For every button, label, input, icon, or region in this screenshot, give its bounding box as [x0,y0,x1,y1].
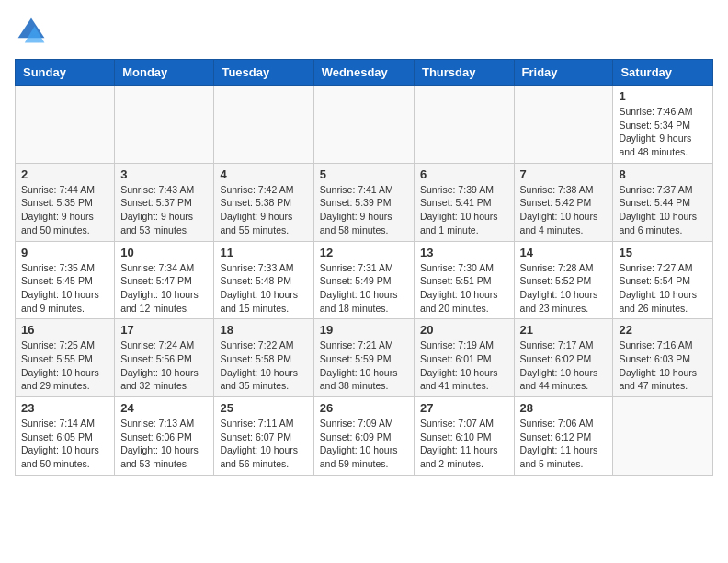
day-header-sunday: Sunday [16,60,115,86]
day-number: 15 [619,246,707,259]
calendar-week-1: 1Sunrise: 7:46 AM Sunset: 5:34 PM Daylig… [16,86,713,164]
calendar-cell [613,397,713,476]
calendar-cell: 22Sunrise: 7:16 AM Sunset: 6:03 PM Dayli… [613,319,713,397]
calendar-cell: 28Sunrise: 7:06 AM Sunset: 6:12 PM Dayli… [514,397,613,476]
day-number: 8 [619,167,707,181]
calendar-cell: 3Sunrise: 7:43 AM Sunset: 5:37 PM Daylig… [115,163,214,241]
day-info: Sunrise: 7:21 AM Sunset: 5:59 PM Dayligh… [320,339,408,393]
day-info: Sunrise: 7:41 AM Sunset: 5:39 PM Dayligh… [320,183,408,237]
calendar-cell [414,86,514,164]
day-info: Sunrise: 7:34 AM Sunset: 5:47 PM Dayligh… [120,261,208,316]
day-number: 28 [520,401,608,415]
day-info: Sunrise: 7:27 AM Sunset: 5:54 PM Dayligh… [619,261,707,316]
day-number: 10 [120,246,208,259]
calendar-cell [16,86,115,164]
day-info: Sunrise: 7:09 AM Sunset: 6:09 PM Dayligh… [320,417,408,471]
day-header-wednesday: Wednesday [313,60,414,86]
day-info: Sunrise: 7:44 AM Sunset: 5:35 PM Dayligh… [21,183,108,237]
day-info: Sunrise: 7:35 AM Sunset: 5:45 PM Dayligh… [21,261,108,316]
calendar-cell: 19Sunrise: 7:21 AM Sunset: 5:59 PM Dayli… [313,319,414,397]
calendar-cell: 6Sunrise: 7:39 AM Sunset: 5:41 PM Daylig… [414,163,514,241]
day-number: 17 [120,323,208,337]
day-info: Sunrise: 7:30 AM Sunset: 5:51 PM Dayligh… [420,261,508,316]
day-number: 27 [420,401,508,415]
calendar-week-3: 9Sunrise: 7:35 AM Sunset: 5:45 PM Daylig… [16,241,713,319]
calendar-cell: 4Sunrise: 7:42 AM Sunset: 5:38 PM Daylig… [214,163,313,241]
day-info: Sunrise: 7:07 AM Sunset: 6:10 PM Dayligh… [420,417,508,471]
calendar-cell: 2Sunrise: 7:44 AM Sunset: 5:35 PM Daylig… [16,163,115,241]
calendar-cell: 27Sunrise: 7:07 AM Sunset: 6:10 PM Dayli… [414,397,514,476]
day-header-monday: Monday [115,60,214,86]
day-number: 23 [21,401,108,415]
calendar-cell: 12Sunrise: 7:31 AM Sunset: 5:49 PM Dayli… [313,241,414,319]
day-number: 3 [120,167,208,181]
day-number: 16 [21,323,108,337]
day-info: Sunrise: 7:42 AM Sunset: 5:38 PM Dayligh… [220,183,307,237]
calendar-cell: 14Sunrise: 7:28 AM Sunset: 5:52 PM Dayli… [514,241,613,319]
day-number: 18 [220,323,307,337]
page-header [15,15,713,48]
day-info: Sunrise: 7:46 AM Sunset: 5:34 PM Dayligh… [619,105,707,159]
day-info: Sunrise: 7:13 AM Sunset: 6:06 PM Dayligh… [120,417,208,471]
calendar-cell: 10Sunrise: 7:34 AM Sunset: 5:47 PM Dayli… [115,241,214,319]
day-info: Sunrise: 7:37 AM Sunset: 5:44 PM Dayligh… [619,183,707,237]
day-header-friday: Friday [514,60,613,86]
day-header-saturday: Saturday [613,60,713,86]
day-number: 9 [21,246,108,259]
day-number: 5 [320,167,408,181]
day-info: Sunrise: 7:38 AM Sunset: 5:42 PM Dayligh… [520,183,608,237]
logo [15,15,51,48]
day-info: Sunrise: 7:16 AM Sunset: 6:03 PM Dayligh… [619,339,707,393]
day-info: Sunrise: 7:14 AM Sunset: 6:05 PM Dayligh… [21,417,108,471]
calendar-cell: 11Sunrise: 7:33 AM Sunset: 5:48 PM Dayli… [214,241,313,319]
calendar-table: SundayMondayTuesdayWednesdayThursdayFrid… [15,59,713,476]
day-info: Sunrise: 7:39 AM Sunset: 5:41 PM Dayligh… [420,183,508,237]
day-info: Sunrise: 7:31 AM Sunset: 5:49 PM Dayligh… [320,261,408,316]
day-number: 20 [420,323,508,337]
day-header-thursday: Thursday [414,60,514,86]
day-number: 7 [520,167,608,181]
calendar-cell: 16Sunrise: 7:25 AM Sunset: 5:55 PM Dayli… [16,319,115,397]
calendar-cell: 24Sunrise: 7:13 AM Sunset: 6:06 PM Dayli… [115,397,214,476]
calendar-cell [514,86,613,164]
calendar-week-4: 16Sunrise: 7:25 AM Sunset: 5:55 PM Dayli… [16,319,713,397]
day-number: 24 [120,401,208,415]
calendar-cell: 26Sunrise: 7:09 AM Sunset: 6:09 PM Dayli… [313,397,414,476]
calendar-cell: 8Sunrise: 7:37 AM Sunset: 5:44 PM Daylig… [613,163,713,241]
day-info: Sunrise: 7:19 AM Sunset: 6:01 PM Dayligh… [420,339,508,393]
day-number: 1 [619,89,707,103]
day-number: 2 [21,167,108,181]
calendar-cell: 7Sunrise: 7:38 AM Sunset: 5:42 PM Daylig… [514,163,613,241]
calendar-cell: 1Sunrise: 7:46 AM Sunset: 5:34 PM Daylig… [613,86,713,164]
day-number: 26 [320,401,408,415]
day-info: Sunrise: 7:17 AM Sunset: 6:02 PM Dayligh… [520,339,608,393]
calendar-cell [214,86,313,164]
calendar-cell: 23Sunrise: 7:14 AM Sunset: 6:05 PM Dayli… [16,397,115,476]
calendar-cell: 21Sunrise: 7:17 AM Sunset: 6:02 PM Dayli… [514,319,613,397]
day-number: 6 [420,167,508,181]
logo-icon [15,15,48,48]
calendar-week-5: 23Sunrise: 7:14 AM Sunset: 6:05 PM Dayli… [16,397,713,476]
calendar-cell: 9Sunrise: 7:35 AM Sunset: 5:45 PM Daylig… [16,241,115,319]
calendar-cell [115,86,214,164]
day-number: 13 [420,246,508,259]
calendar-cell [313,86,414,164]
day-info: Sunrise: 7:22 AM Sunset: 5:58 PM Dayligh… [220,339,307,393]
calendar-cell: 25Sunrise: 7:11 AM Sunset: 6:07 PM Dayli… [214,397,313,476]
day-header-tuesday: Tuesday [214,60,313,86]
calendar-cell: 15Sunrise: 7:27 AM Sunset: 5:54 PM Dayli… [613,241,713,319]
calendar-header-row: SundayMondayTuesdayWednesdayThursdayFrid… [16,60,713,86]
day-number: 21 [520,323,608,337]
day-number: 22 [619,323,707,337]
calendar-cell: 13Sunrise: 7:30 AM Sunset: 5:51 PM Dayli… [414,241,514,319]
day-number: 25 [220,401,307,415]
calendar-cell: 18Sunrise: 7:22 AM Sunset: 5:58 PM Dayli… [214,319,313,397]
calendar-cell: 5Sunrise: 7:41 AM Sunset: 5:39 PM Daylig… [313,163,414,241]
day-info: Sunrise: 7:11 AM Sunset: 6:07 PM Dayligh… [220,417,307,471]
day-number: 14 [520,246,608,259]
calendar-week-2: 2Sunrise: 7:44 AM Sunset: 5:35 PM Daylig… [16,163,713,241]
day-number: 4 [220,167,307,181]
day-number: 12 [320,246,408,259]
day-info: Sunrise: 7:25 AM Sunset: 5:55 PM Dayligh… [21,339,108,393]
calendar-cell: 17Sunrise: 7:24 AM Sunset: 5:56 PM Dayli… [115,319,214,397]
